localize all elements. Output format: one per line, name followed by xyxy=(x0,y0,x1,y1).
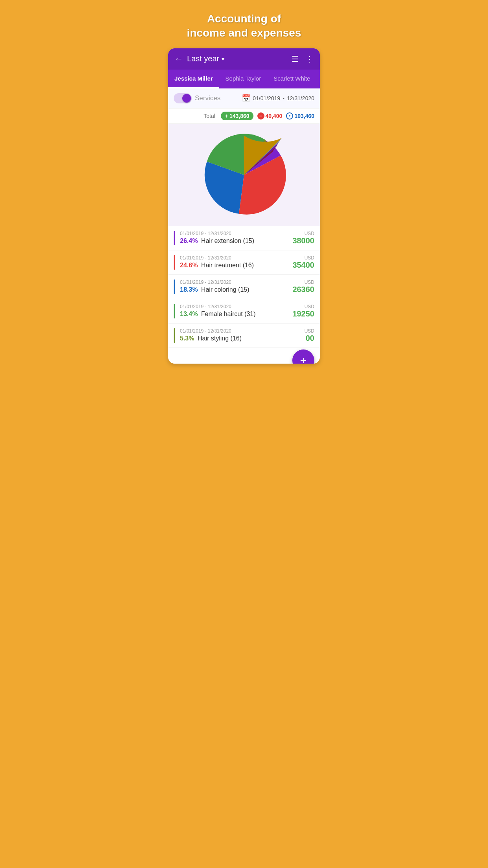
tab-jessica-miller[interactable]: Jessica Miller xyxy=(168,70,219,88)
menu-icon[interactable]: ☰ xyxy=(292,54,299,64)
tab-label: Jessica Miller xyxy=(174,75,213,82)
service-name: 13.4% Female haircut (31) xyxy=(180,311,288,318)
service-info: 01/01/2019 - 12/31/2020 26.4% Hair exten… xyxy=(180,231,288,245)
service-value: 38000 xyxy=(292,236,314,245)
service-pct: 24.6% xyxy=(180,262,198,268)
tab-label: Sophia Taylor xyxy=(226,75,261,82)
main-card: ← Last year ▾ ☰ ⋮ Jessica Miller Sophia … xyxy=(168,48,320,364)
service-name: 24.6% Hair treatment (16) xyxy=(180,262,288,269)
circle-icon: ● xyxy=(286,112,293,120)
service-currency: USD xyxy=(305,328,314,334)
total-expense: − 40,400 xyxy=(257,112,283,120)
service-pct: 26.4% xyxy=(180,237,198,244)
service-currency: USD xyxy=(292,280,314,285)
service-value: 00 xyxy=(305,334,314,343)
total-label: Total xyxy=(204,113,215,119)
service-info: 01/01/2019 - 12/31/2020 5.3% Hair stylin… xyxy=(180,328,300,343)
services-toggle[interactable] xyxy=(174,93,192,103)
service-amount: USD 19250 xyxy=(292,304,314,318)
color-bar xyxy=(174,328,175,343)
more-options-icon[interactable]: ⋮ xyxy=(306,54,314,64)
service-pct: 13.4% xyxy=(180,311,198,317)
list-item[interactable]: 01/01/2019 - 12/31/2020 13.4% Female hai… xyxy=(168,299,320,324)
tab-angel[interactable]: Angel... xyxy=(317,70,320,88)
color-bar xyxy=(174,304,175,318)
service-name: 26.4% Hair extension (15) xyxy=(180,237,288,245)
service-amount: USD 38000 xyxy=(292,231,314,245)
list-item[interactable]: 01/01/2019 - 12/31/2020 24.6% Hair treat… xyxy=(168,250,320,275)
chevron-down-icon: ▾ xyxy=(222,56,224,62)
service-info: 01/01/2019 - 12/31/2020 24.6% Hair treat… xyxy=(180,255,288,270)
date-range[interactable]: 📅 01/01/2019 - 12/31/2020 xyxy=(242,94,314,103)
service-pct: 18.3% xyxy=(180,286,198,293)
service-currency: USD xyxy=(292,231,314,236)
tab-label: Scarlett White xyxy=(273,75,310,82)
total-income: + 143,860 xyxy=(221,112,253,120)
date-start: 01/01/2019 xyxy=(253,95,280,101)
list-item[interactable]: 01/01/2019 - 12/31/2020 18.3% Hair color… xyxy=(168,275,320,299)
pie-chart xyxy=(201,132,287,218)
service-pct: 5.3% xyxy=(180,335,194,342)
chart-container xyxy=(168,124,320,226)
toolbar: ← Last year ▾ ☰ ⋮ xyxy=(168,48,320,70)
list-item[interactable]: 01/01/2019 - 12/31/2020 5.3% Hair stylin… xyxy=(168,324,320,348)
service-info: 01/01/2019 - 12/31/2020 18.3% Hair color… xyxy=(180,280,288,294)
service-amount: USD 35400 xyxy=(292,255,314,270)
service-date: 01/01/2019 - 12/31/2020 xyxy=(180,328,300,334)
tabs-bar: Jessica Miller Sophia Taylor Scarlett Wh… xyxy=(168,70,320,88)
services-label: Services xyxy=(195,94,220,102)
total-balance: ● 103,460 xyxy=(286,112,314,120)
color-bar xyxy=(174,255,175,270)
service-value: 35400 xyxy=(292,261,314,270)
service-amount: USD 00 xyxy=(305,328,314,343)
color-bar xyxy=(174,280,175,294)
calendar-icon: 📅 xyxy=(242,94,250,103)
service-value: 26360 xyxy=(292,285,314,294)
date-end: 12/31/2020 xyxy=(287,95,314,101)
services-list: 01/01/2019 - 12/31/2020 26.4% Hair exten… xyxy=(168,226,320,348)
tab-sophia-taylor[interactable]: Sophia Taylor xyxy=(219,70,268,88)
minus-icon: − xyxy=(257,112,264,120)
totals-bar: Total + 143,860 − 40,400 ● 103,460 xyxy=(168,108,320,124)
date-separator: - xyxy=(283,95,284,101)
color-bar xyxy=(174,231,175,245)
service-currency: USD xyxy=(292,304,314,309)
plus-icon: + xyxy=(225,113,228,119)
filter-bar: Services 📅 01/01/2019 - 12/31/2020 xyxy=(168,88,320,108)
toolbar-left: ← Last year ▾ xyxy=(174,54,224,64)
add-button[interactable]: + xyxy=(292,349,314,364)
list-item[interactable]: 01/01/2019 - 12/31/2020 26.4% Hair exten… xyxy=(168,226,320,250)
fab-area: + xyxy=(168,348,320,364)
page-title: Accounting of income and expenses xyxy=(163,0,325,48)
service-date: 01/01/2019 - 12/31/2020 xyxy=(180,280,288,285)
service-currency: USD xyxy=(292,255,314,261)
period-label: Last year xyxy=(187,54,219,63)
service-name: 18.3% Hair coloring (15) xyxy=(180,286,288,293)
back-button[interactable]: ← xyxy=(174,54,183,64)
service-info: 01/01/2019 - 12/31/2020 13.4% Female hai… xyxy=(180,304,288,318)
service-name: 5.3% Hair styling (16) xyxy=(180,335,300,342)
toolbar-right: ☰ ⋮ xyxy=(292,54,314,64)
toggle-knob xyxy=(182,94,191,103)
service-date: 01/01/2019 - 12/31/2020 xyxy=(180,255,288,261)
service-value: 19250 xyxy=(292,309,314,318)
service-amount: USD 26360 xyxy=(292,280,314,294)
service-date: 01/01/2019 - 12/31/2020 xyxy=(180,304,288,309)
toggle-container: Services xyxy=(174,93,220,103)
service-date: 01/01/2019 - 12/31/2020 xyxy=(180,231,288,236)
tab-scarlett-white[interactable]: Scarlett White xyxy=(267,70,316,88)
page-header: Accounting of income and expenses xyxy=(163,0,325,48)
period-selector[interactable]: Last year ▾ xyxy=(187,54,224,63)
